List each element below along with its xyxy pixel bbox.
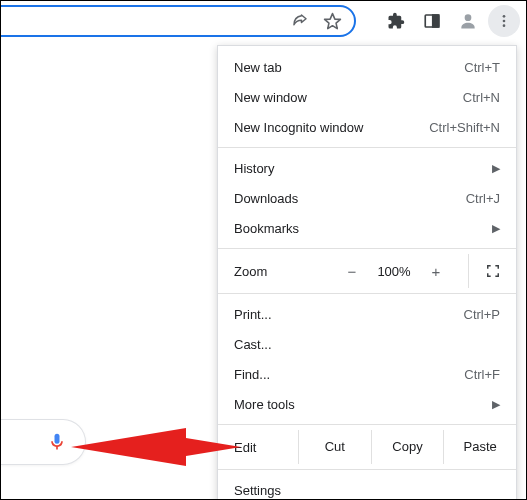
browser-toolbar	[1, 1, 526, 43]
menu-label: Bookmarks	[234, 221, 299, 236]
menu-shortcut: Ctrl+Shift+N	[429, 120, 500, 135]
menu-shortcut: Ctrl+F	[464, 367, 500, 382]
profile-icon[interactable]	[452, 5, 484, 37]
svg-point-4	[503, 15, 506, 18]
edit-paste-button[interactable]: Paste	[443, 430, 516, 464]
menu-shortcut: Ctrl+J	[466, 191, 500, 206]
kebab-menu-icon[interactable]	[488, 5, 520, 37]
chrome-main-menu: New tab Ctrl+T New window Ctrl+N New Inc…	[217, 45, 517, 500]
menu-item-new-tab[interactable]: New tab Ctrl+T	[218, 52, 516, 82]
sidepanel-icon[interactable]	[416, 5, 448, 37]
menu-shortcut: Ctrl+N	[463, 90, 500, 105]
svg-rect-2	[433, 15, 439, 27]
menu-label: New window	[234, 90, 307, 105]
menu-separator	[218, 469, 516, 470]
menu-shortcut: Ctrl+T	[464, 60, 500, 75]
zoom-out-button[interactable]: −	[334, 263, 370, 280]
edit-copy-button[interactable]: Copy	[371, 430, 444, 464]
menu-item-new-window[interactable]: New window Ctrl+N	[218, 82, 516, 112]
svg-marker-0	[325, 13, 341, 28]
menu-label: Settings	[234, 483, 281, 498]
menu-item-zoom: Zoom − 100% +	[218, 254, 516, 288]
svg-point-3	[465, 14, 472, 21]
menu-separator	[218, 248, 516, 249]
menu-item-edit: Edit Cut Copy Paste	[218, 430, 516, 464]
svg-point-6	[503, 24, 506, 27]
toolbar-actions	[380, 5, 520, 37]
edit-cut-button[interactable]: Cut	[298, 430, 371, 464]
voice-search-pill[interactable]	[1, 419, 86, 465]
address-bar[interactable]	[0, 5, 356, 37]
menu-item-find[interactable]: Find... Ctrl+F	[218, 359, 516, 389]
svg-point-5	[503, 20, 506, 23]
menu-item-settings[interactable]: Settings	[218, 475, 516, 500]
menu-separator	[218, 293, 516, 294]
menu-label: Print...	[234, 307, 272, 322]
menu-label: Edit	[218, 440, 298, 455]
menu-label: New Incognito window	[234, 120, 363, 135]
share-icon[interactable]	[291, 12, 309, 30]
menu-item-print[interactable]: Print... Ctrl+P	[218, 299, 516, 329]
zoom-value: 100%	[370, 264, 418, 279]
fullscreen-button[interactable]	[468, 254, 516, 288]
menu-label: New tab	[234, 60, 282, 75]
menu-label: More tools	[234, 397, 295, 412]
menu-item-bookmarks[interactable]: Bookmarks ▶	[218, 213, 516, 243]
menu-item-more-tools[interactable]: More tools ▶	[218, 389, 516, 419]
menu-separator	[218, 424, 516, 425]
menu-label: Zoom	[234, 264, 334, 279]
menu-item-downloads[interactable]: Downloads Ctrl+J	[218, 183, 516, 213]
menu-label: Downloads	[234, 191, 298, 206]
menu-item-cast[interactable]: Cast...	[218, 329, 516, 359]
extensions-icon[interactable]	[380, 5, 412, 37]
menu-label: Cast...	[234, 337, 272, 352]
menu-label: Find...	[234, 367, 270, 382]
menu-item-history[interactable]: History ▶	[218, 153, 516, 183]
chevron-right-icon: ▶	[492, 162, 500, 175]
microphone-icon	[47, 432, 67, 452]
chevron-right-icon: ▶	[492, 222, 500, 235]
menu-separator	[218, 147, 516, 148]
chevron-right-icon: ▶	[492, 398, 500, 411]
menu-item-new-incognito[interactable]: New Incognito window Ctrl+Shift+N	[218, 112, 516, 142]
menu-label: History	[234, 161, 274, 176]
star-icon[interactable]	[323, 12, 342, 31]
zoom-in-button[interactable]: +	[418, 263, 454, 280]
menu-shortcut: Ctrl+P	[464, 307, 500, 322]
